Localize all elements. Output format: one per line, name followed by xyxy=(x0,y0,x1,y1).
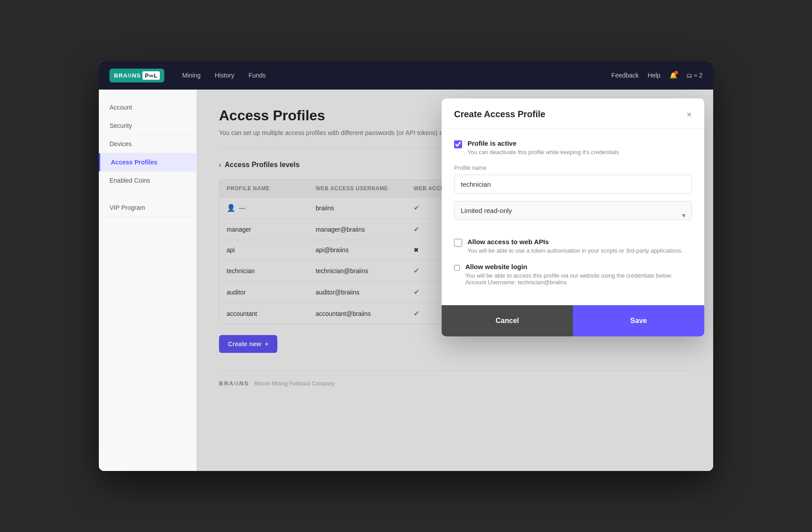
profile-name-label: Profile name xyxy=(454,164,692,171)
sidebar-item-access-profiles[interactable]: Access Profiles xyxy=(99,153,196,172)
allow-web-api-desc: You will be able to use a token authoris… xyxy=(467,247,683,254)
help-link[interactable]: Help xyxy=(648,72,661,79)
profile-active-text: Profile is active You can deactivate thi… xyxy=(467,139,619,156)
logo[interactable]: BRA\\NS P∞L xyxy=(110,69,164,82)
modal-cancel-button[interactable]: Cancel xyxy=(442,305,573,336)
profile-active-label: Profile is active xyxy=(467,139,619,147)
top-nav: BRA\\NS P∞L Mining History Funds Feedbac… xyxy=(99,61,713,90)
allow-login-text: Allow website login You will be able to … xyxy=(465,263,692,286)
create-access-profile-modal: Create Access Profile × Profile is activ… xyxy=(442,98,704,336)
feedback-link[interactable]: Feedback xyxy=(611,72,638,79)
modal-title: Create Access Profile xyxy=(454,109,545,119)
nav-mining[interactable]: Mining xyxy=(182,72,200,79)
sidebar-item-security[interactable]: Security xyxy=(99,117,196,135)
profile-active-checkbox[interactable] xyxy=(454,140,462,148)
modal-header: Create Access Profile × xyxy=(442,98,704,129)
modal-body: Profile is active You can deactivate thi… xyxy=(442,129,704,305)
modal-overlay: Create Access Profile × Profile is activ… xyxy=(197,90,713,471)
allow-web-api-checkbox[interactable] xyxy=(454,239,462,247)
sidebar-item-vip-program[interactable]: VIP Program xyxy=(99,199,196,217)
modal-close-button[interactable]: × xyxy=(686,110,692,119)
sidebar-divider xyxy=(99,190,196,199)
allow-web-api-text: Allow access to web APIs You will be abl… xyxy=(467,238,683,254)
allow-web-api-label: Allow access to web APIs xyxy=(467,238,683,246)
profile-name-input[interactable] xyxy=(454,175,692,194)
modal-footer: Cancel Save xyxy=(442,305,704,336)
sidebar-item-account[interactable]: Account xyxy=(99,98,196,117)
sidebar: Account Security Devices Access Profiles… xyxy=(99,90,197,471)
nav-funds[interactable]: Funds xyxy=(248,72,266,79)
allow-login-row: Allow website login You will be able to … xyxy=(454,263,692,286)
modal-save-button[interactable]: Save xyxy=(573,305,704,336)
notifications-button[interactable]: 🔔 xyxy=(670,72,677,79)
notification-dot xyxy=(674,71,678,74)
allow-login-label: Allow website login xyxy=(465,263,692,270)
page-content: Access Profiles You can set up multiple … xyxy=(197,90,713,471)
access-level-select[interactable]: Full access Limited read-only Read-only … xyxy=(454,201,692,220)
allow-login-desc: You will be able to access this profile … xyxy=(465,272,692,286)
profile-active-row: Profile is active You can deactivate thi… xyxy=(454,139,692,156)
allow-login-checkbox[interactable] xyxy=(454,264,460,272)
wallet-count: ≈ 2 xyxy=(694,72,702,79)
sidebar-item-enabled-coins[interactable]: Enabled Coins xyxy=(99,172,196,190)
nav-history[interactable]: History xyxy=(215,72,235,79)
profile-active-desc: You can deactivate this profile while ke… xyxy=(467,149,619,156)
logo-pool-text: P∞L xyxy=(142,71,160,80)
nav-links: Mining History Funds xyxy=(182,72,611,79)
logo-brand-text: BRA\\NS xyxy=(114,72,141,79)
allow-web-api-row: Allow access to web APIs You will be abl… xyxy=(454,238,692,254)
wallet-button[interactable]: 🗂 ≈ 2 xyxy=(686,72,702,79)
main-layout: Account Security Devices Access Profiles… xyxy=(99,90,713,471)
access-level-wrapper: Full access Limited read-only Read-only … xyxy=(454,201,692,229)
logo-area: BRA\\NS P∞L xyxy=(110,69,164,82)
sidebar-item-devices[interactable]: Devices xyxy=(99,135,196,153)
nav-right: Feedback Help 🔔 🗂 ≈ 2 xyxy=(611,72,702,79)
